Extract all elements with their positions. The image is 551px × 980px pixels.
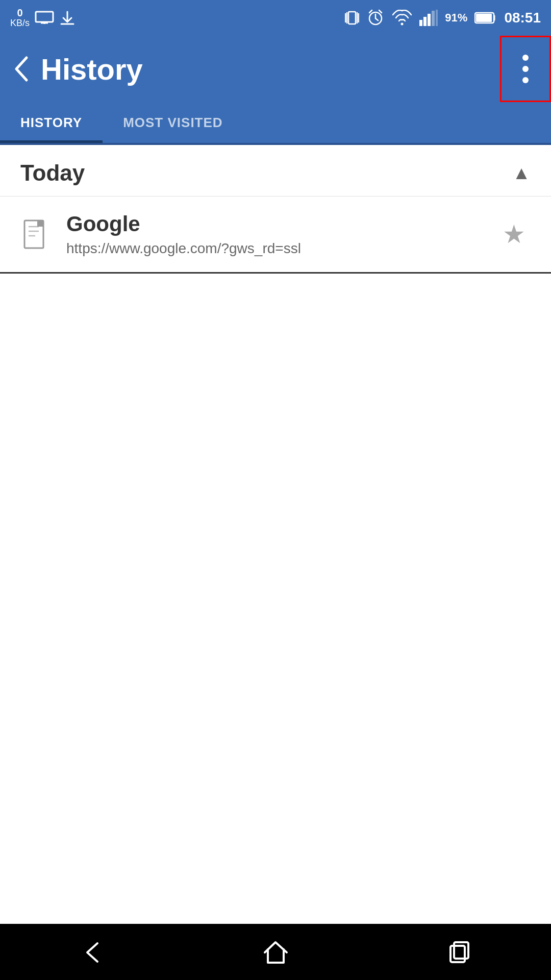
tab-history[interactable]: HISTORY [0, 102, 103, 143]
history-item[interactable]: Google https://www.google.com/?gws_rd=ss… [0, 197, 551, 274]
history-item-content: Google https://www.google.com/?gws_rd=ss… [66, 212, 497, 257]
three-dots-icon [522, 55, 529, 83]
svg-rect-18 [432, 11, 435, 26]
section-title: Today [20, 160, 85, 186]
status-bar: 0 KB/s [0, 0, 551, 36]
wifi-icon [392, 10, 412, 26]
overflow-menu-button[interactable] [500, 36, 551, 102]
svg-line-12 [375, 18, 378, 20]
bottom-nav-bar [0, 924, 551, 980]
download-icon [59, 10, 76, 26]
svg-line-14 [379, 10, 382, 13]
page-title: History [41, 52, 541, 86]
svg-rect-15 [419, 20, 422, 26]
svg-rect-19 [436, 10, 438, 26]
svg-rect-5 [348, 12, 356, 24]
svg-rect-21 [476, 14, 492, 22]
vibrate-icon [345, 9, 359, 27]
status-right: 91% 08:51 [345, 9, 541, 27]
nav-back-button[interactable] [47, 928, 137, 976]
star-button[interactable]: ★ [497, 219, 531, 249]
svg-line-13 [369, 10, 372, 13]
app-bar: History [0, 36, 551, 102]
page-thumbnail-icon [20, 216, 51, 252]
battery-level: 91% [445, 11, 467, 24]
section-today-header[interactable]: Today ▲ [0, 145, 551, 197]
time-display: 08:51 [504, 10, 541, 26]
alarm-icon [366, 9, 385, 27]
screen-icon [35, 11, 54, 25]
nav-home-button[interactable] [231, 928, 320, 976]
battery-icon [474, 11, 497, 24]
content-area: Today ▲ Google https://www.google.com/?g… [0, 145, 551, 274]
history-item-url: https://www.google.com/?gws_rd=ssl [66, 240, 497, 257]
svg-rect-28 [450, 946, 465, 962]
svg-rect-29 [454, 942, 468, 959]
signal-icon [419, 10, 438, 26]
tab-bar: HISTORY MOST VISITED [0, 102, 551, 143]
back-button[interactable] [10, 54, 31, 84]
svg-rect-0 [36, 12, 53, 22]
svg-rect-16 [423, 17, 427, 26]
svg-rect-17 [428, 14, 431, 26]
history-item-title: Google [66, 212, 497, 236]
collapse-icon[interactable]: ▲ [512, 162, 531, 184]
svg-rect-27 [37, 220, 43, 227]
nav-recents-button[interactable] [415, 928, 504, 976]
tab-most-visited[interactable]: MOST VISITED [103, 102, 243, 143]
status-left: 0 KB/s [10, 7, 76, 29]
network-speed: 0 KB/s [10, 7, 30, 29]
